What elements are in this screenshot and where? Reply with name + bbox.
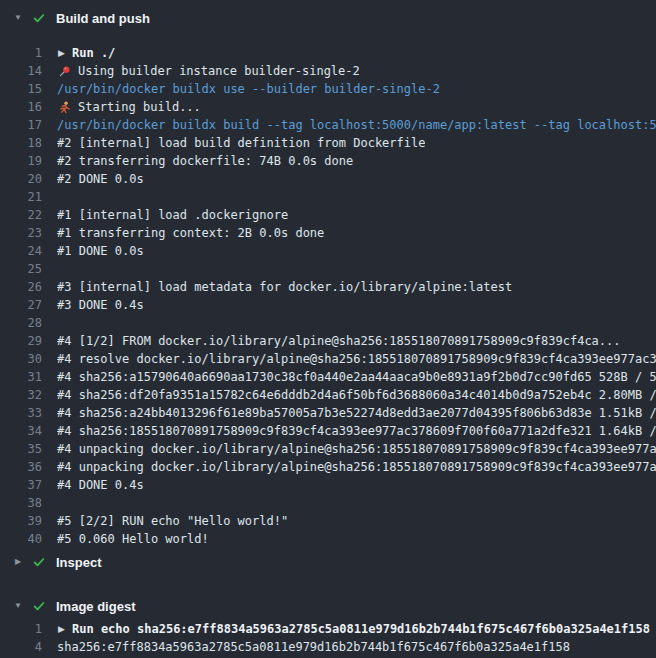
check-icon <box>32 555 46 569</box>
chevron-down-icon[interactable]: ▼ <box>12 592 24 620</box>
log-line: 39 #5 [2/2] RUN echo "Hello world!" <box>0 512 656 530</box>
line-content: #4 sha256:a24bb4013296f61e89ba57005a7b3e… <box>57 404 656 422</box>
section-header[interactable]: ▼ Image digest <box>0 592 656 620</box>
line-text: Run echo sha256:e7ff8834a5963a2785c5a081… <box>72 620 650 638</box>
line-content: #1 [internal] load .dockerignore <box>57 206 656 224</box>
play-icon[interactable]: ▶ <box>57 46 66 60</box>
section-header[interactable]: ▼ Build and push <box>0 4 656 32</box>
log-line: 36 #4 unpacking docker.io/library/alpine… <box>0 458 656 476</box>
line-number[interactable]: 21 <box>0 188 42 206</box>
line-content: #3 [internal] load metadata for docker.i… <box>57 278 656 296</box>
line-number[interactable]: 31 <box>0 368 42 386</box>
line-number[interactable]: 19 <box>0 152 42 170</box>
line-text: #5 0.060 Hello world! <box>57 530 209 548</box>
line-text: #3 [internal] load metadata for docker.i… <box>57 278 512 296</box>
line-content <box>57 494 656 512</box>
line-text: /usr/bin/docker buildx use --builder bui… <box>57 80 440 98</box>
section-header[interactable]: ▶ Inspect <box>0 548 656 576</box>
log-line: 4 sha256:e7ff8834a5963a2785c5a0811e979d1… <box>0 638 656 656</box>
line-text: Starting build... <box>78 98 201 116</box>
line-content <box>57 188 656 206</box>
line-text: #5 [2/2] RUN echo "Hello world!" <box>57 512 288 530</box>
line-text: #1 [internal] load .dockerignore <box>57 206 288 224</box>
line-number[interactable]: 22 <box>0 206 42 224</box>
section-title: Image digest <box>56 599 135 614</box>
line-number[interactable]: 37 <box>0 476 42 494</box>
line-number[interactable]: 26 <box>0 278 42 296</box>
log-line: 32 #4 sha256:df20fa9351a15782c64e6dddb2d… <box>0 386 656 404</box>
line-number[interactable]: 29 <box>0 332 42 350</box>
line-text: #4 sha256:df20fa9351a15782c64e6dddb2d4a6… <box>57 386 656 404</box>
line-number[interactable]: 38 <box>0 494 42 512</box>
check-icon <box>32 11 46 25</box>
line-number[interactable]: 40 <box>0 530 42 548</box>
line-number[interactable]: 33 <box>0 404 42 422</box>
line-number[interactable]: 16 <box>0 98 42 116</box>
line-text: #4 DONE 0.4s <box>57 476 144 494</box>
line-number[interactable]: 14 <box>0 62 42 80</box>
log-line: 31 #4 sha256:a15790640a6690aa1730c38cf0a… <box>0 368 656 386</box>
line-number[interactable]: 36 <box>0 458 42 476</box>
log-line: 23 #1 transferring context: 2B 0.0s done <box>0 224 656 242</box>
line-text: Run ./ <box>72 44 115 62</box>
line-content: #4 [1/2] FROM docker.io/library/alpine@s… <box>57 332 656 350</box>
log-section: ▼ Image digest 1 ▶ Run echo sha256:e7ff8… <box>0 592 656 656</box>
line-number[interactable]: 32 <box>0 386 42 404</box>
line-text: #3 DONE 0.4s <box>57 296 144 314</box>
line-content: #1 DONE 0.0s <box>57 242 656 260</box>
line-content: #2 DONE 0.0s <box>57 170 656 188</box>
line-content: #4 unpacking docker.io/library/alpine@sh… <box>57 458 656 476</box>
line-text: #4 sha256:185518070891758909c9f839cf4ca3… <box>57 422 656 440</box>
log-section: ▶ Inspect <box>0 548 656 576</box>
log-line: 15 /usr/bin/docker buildx use --builder … <box>0 80 656 98</box>
log-line: 21 <box>0 188 656 206</box>
log-line: 34 #4 sha256:185518070891758909c9f839cf4… <box>0 422 656 440</box>
line-content: sha256:e7ff8834a5963a2785c5a0811e979d16b… <box>57 638 656 656</box>
line-content: Using builder instance builder-single-2 <box>57 62 656 80</box>
line-number[interactable]: 23 <box>0 224 42 242</box>
log-line: 40 #5 0.060 Hello world! <box>0 530 656 548</box>
chevron-right-icon[interactable]: ▶ <box>12 548 24 576</box>
line-content: #2 transferring dockerfile: 74B 0.0s don… <box>57 152 656 170</box>
line-text: #4 unpacking docker.io/library/alpine@sh… <box>57 458 656 476</box>
line-number[interactable]: 34 <box>0 422 42 440</box>
line-content: ▶ Run ./ <box>57 44 656 62</box>
line-content: Starting build... <box>57 98 656 116</box>
line-text: #4 [1/2] FROM docker.io/library/alpine@s… <box>57 332 621 350</box>
line-content: #4 resolve docker.io/library/alpine@sha2… <box>57 350 656 368</box>
line-number[interactable]: 35 <box>0 440 42 458</box>
line-number[interactable]: 15 <box>0 80 42 98</box>
section-title: Inspect <box>56 555 102 570</box>
log-block: 1 ▶ Run ./ 14 Using builder instance bui… <box>0 32 656 548</box>
check-icon <box>32 599 46 613</box>
line-content: #2 [internal] load build definition from… <box>57 134 656 152</box>
line-number[interactable]: 1 <box>0 620 42 638</box>
line-content: #1 transferring context: 2B 0.0s done <box>57 224 656 242</box>
line-content: #4 sha256:a15790640a6690aa1730c38cf0a440… <box>57 368 656 386</box>
line-text: Using builder instance builder-single-2 <box>78 62 360 80</box>
line-number[interactable]: 25 <box>0 260 42 278</box>
runner-icon <box>57 100 71 114</box>
log-line: 22 #1 [internal] load .dockerignore <box>0 206 656 224</box>
line-number[interactable]: 1 <box>0 44 42 62</box>
line-number[interactable]: 18 <box>0 134 42 152</box>
line-number[interactable]: 28 <box>0 314 42 332</box>
log-line: 35 #4 unpacking docker.io/library/alpine… <box>0 440 656 458</box>
log-line: 1 ▶ Run ./ <box>0 44 656 62</box>
line-number[interactable]: 39 <box>0 512 42 530</box>
line-number[interactable]: 17 <box>0 116 42 134</box>
line-content: #4 sha256:df20fa9351a15782c64e6dddb2d4a6… <box>57 386 656 404</box>
chevron-down-icon[interactable]: ▼ <box>12 4 24 32</box>
log-line: 19 #2 transferring dockerfile: 74B 0.0s … <box>0 152 656 170</box>
line-number[interactable]: 20 <box>0 170 42 188</box>
line-number[interactable]: 24 <box>0 242 42 260</box>
play-icon[interactable]: ▶ <box>57 622 66 636</box>
line-number[interactable]: 27 <box>0 296 42 314</box>
line-text: /usr/bin/docker buildx build --tag local… <box>57 116 656 134</box>
line-number[interactable]: 4 <box>0 638 42 656</box>
line-content: #3 DONE 0.4s <box>57 296 656 314</box>
log-line: 29 #4 [1/2] FROM docker.io/library/alpin… <box>0 332 656 350</box>
line-text: #4 sha256:a24bb4013296f61e89ba57005a7b3e… <box>57 404 656 422</box>
line-text: #4 sha256:a15790640a6690aa1730c38cf0a440… <box>57 368 656 386</box>
line-number[interactable]: 30 <box>0 350 42 368</box>
